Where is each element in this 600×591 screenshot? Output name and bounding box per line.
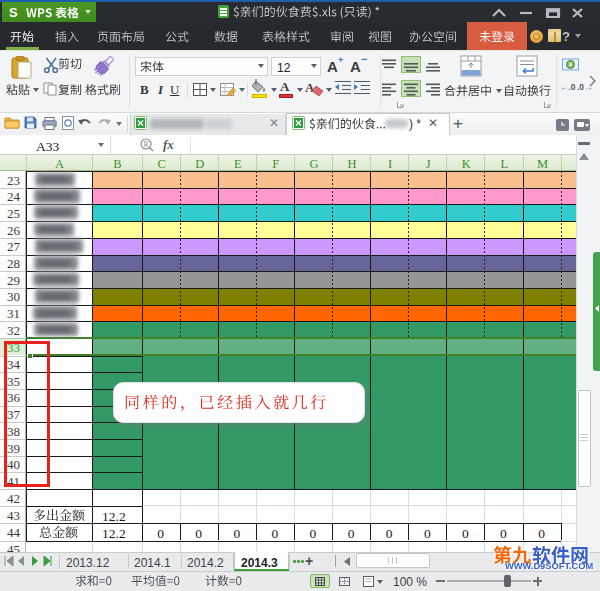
svg-text:¥: ¥ (569, 61, 573, 68)
svg-text:R: R (144, 140, 149, 149)
